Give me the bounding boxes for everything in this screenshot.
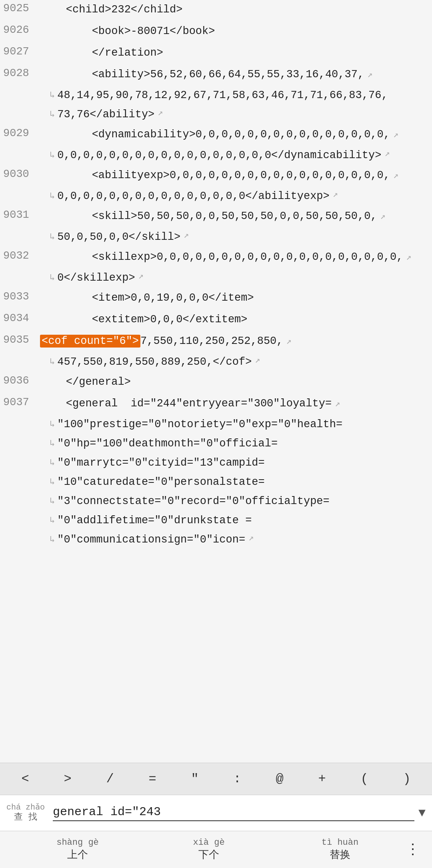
line-content[interactable]: <book>-80071</book>: [40, 22, 432, 41]
wrap-icon: ↳: [50, 534, 55, 547]
line-number: 9027: [0, 44, 40, 59]
line-row: 9034 <extitem>0,0,0</extitem>: [0, 310, 432, 332]
line-row: 9030 <abilityexp>0,0,0,0,0,0,0,0,0,0,0,0…: [0, 166, 432, 187]
line-content[interactable]: <item>0,0,19,0,0,0</item>: [40, 289, 432, 307]
line-row: 9035<cof count="6">7,550,110,250,252,850…: [0, 332, 432, 353]
continuation-row: ↳50,0,50,0,0</skill>↗: [0, 228, 432, 247]
wrap-icon: ↳: [50, 515, 55, 527]
continuation-content[interactable]: ↳"100"prestige="0"notoriety="0"exp="0"he…: [40, 416, 432, 434]
next-button[interactable]: xià gè 下个: [143, 838, 274, 862]
continuation-content[interactable]: ↳"0"communicationsign="0"icon=↗: [40, 531, 432, 549]
edit-icon[interactable]: ↗: [184, 230, 189, 242]
wrap-icon: ↳: [50, 438, 55, 450]
symbol-button[interactable]: (: [356, 769, 373, 789]
symbol-button[interactable]: +: [313, 769, 330, 789]
search-input-container[interactable]: general id="243: [53, 805, 414, 821]
symbol-button[interactable]: @: [271, 769, 288, 789]
edit-icon[interactable]: ↗: [384, 148, 390, 161]
continuation-row: ↳0,0,0,0,0,0,0,0,0,0,0,0,0,0,0,0,0</dyna…: [0, 147, 432, 166]
line-number: 9030: [0, 167, 40, 182]
edit-icon[interactable]: ↗: [335, 399, 340, 409]
continuation-row: ↳0,0,0,0,0,0,0,0,0,0,0,0,0,0,0</abilitye…: [0, 187, 432, 207]
edit-icon[interactable]: ↗: [380, 212, 386, 222]
line-content[interactable]: <dynamicability>0,0,0,0,0,0,0,0,0,0,0,0,…: [40, 126, 432, 144]
line-number: 9032: [0, 248, 40, 263]
continuation-content[interactable]: ↳"10"caturedate="0"personalstate=: [40, 473, 432, 492]
more-button[interactable]: ⋮: [406, 841, 420, 858]
line-content[interactable]: <child>232</child>: [40, 1, 432, 19]
next-zh: 下个: [198, 849, 219, 861]
line-row: 9029 <dynamicability>0,0,0,0,0,0,0,0,0,0…: [0, 125, 432, 147]
wrap-icon: ↳: [50, 231, 55, 244]
edit-icon[interactable]: ↗: [286, 337, 292, 347]
next-pinyin: xià gè: [143, 838, 274, 848]
symbol-button[interactable]: ": [186, 769, 203, 789]
edit-icon[interactable]: ↗: [138, 271, 144, 283]
edit-icon[interactable]: ↗: [367, 70, 372, 80]
continuation-row: ↳"0"addlifetime="0"drunkstate =: [0, 512, 432, 531]
symbol-button[interactable]: =: [144, 769, 161, 789]
line-row: 9028 <ability>56,52,60,66,64,55,55,33,16…: [0, 65, 432, 86]
line-row: 9037 <general id="244"entryyear="300"loy…: [0, 394, 432, 416]
edit-icon[interactable]: ↗: [393, 171, 398, 181]
line-number: 9026: [0, 22, 40, 38]
line-row: 9032 <skillexp>0,0,0,0,0,0,0,0,0,0,0,0,0…: [0, 247, 432, 269]
line-number: 9029: [0, 126, 40, 141]
dropdown-icon[interactable]: ▼: [418, 806, 426, 820]
symbol-button[interactable]: /: [101, 769, 118, 789]
continuation-content[interactable]: ↳73,76</ability>↗: [40, 106, 432, 124]
continuation-content[interactable]: ↳48,14,95,90,78,12,92,67,71,58,63,46,71,…: [40, 86, 432, 105]
symbol-button[interactable]: <: [16, 769, 34, 789]
action-bar: shàng gè 上个 xià gè 下个 tì huàn 替换 ⋮: [0, 831, 432, 868]
continuation-row: ↳"10"caturedate="0"personalstate=: [0, 473, 432, 492]
search-label-pinyin: chá zhǎo: [6, 803, 45, 812]
line-content[interactable]: <extitem>0,0,0</extitem>: [40, 311, 432, 329]
continuation-content[interactable]: ↳"0"hp="100"deathmonth="0"official=: [40, 435, 432, 453]
line-number: 9031: [0, 207, 40, 223]
wrap-icon: ↳: [50, 476, 55, 489]
symbol-button[interactable]: >: [59, 769, 76, 789]
line-content[interactable]: <skillexp>0,0,0,0,0,0,0,0,0,0,0,0,0,0,0,…: [40, 248, 432, 267]
line-row: 9036 </general>: [0, 372, 432, 394]
continuation-row: ↳48,14,95,90,78,12,92,67,71,58,63,46,71,…: [0, 86, 432, 106]
edit-icon[interactable]: ↗: [393, 130, 398, 140]
prev-button[interactable]: shàng gè 上个: [12, 838, 143, 862]
edit-icon[interactable]: ↗: [248, 532, 254, 545]
line-content[interactable]: </general>: [40, 373, 432, 392]
continuation-content[interactable]: ↳0</skillexp>↗: [40, 269, 432, 287]
continuation-content[interactable]: ↳"0"marrytc="0"cityid="13"campid=: [40, 454, 432, 472]
continuation-row: ↳"100"prestige="0"notoriety="0"exp="0"he…: [0, 416, 432, 435]
replace-button[interactable]: tì huàn 替换: [274, 838, 406, 862]
symbol-button[interactable]: ): [398, 769, 415, 789]
symbol-button[interactable]: :: [228, 769, 246, 789]
line-row: 9026 <book>-80071</book>: [0, 22, 432, 43]
wrap-icon: ↳: [50, 419, 55, 431]
line-content[interactable]: </relation>: [40, 44, 432, 62]
continuation-row: ↳457,550,819,550,889,250,</cof>↗: [0, 353, 432, 372]
continuation-content[interactable]: ↳"3"connectstate="0"record="0"officialty…: [40, 492, 432, 511]
search-label: chá zhǎo 查 找: [6, 803, 45, 823]
line-content[interactable]: <skill>50,50,50,0,0,50,50,50,0,0,50,50,5…: [40, 207, 432, 226]
edit-icon[interactable]: ↗: [333, 189, 338, 201]
continuation-row: ↳0</skillexp>↗: [0, 269, 432, 288]
edit-icon[interactable]: ↗: [158, 107, 163, 120]
line-number: 9035: [0, 332, 40, 348]
line-content[interactable]: <cof count="6">7,550,110,250,252,850,↗: [40, 332, 432, 351]
continuation-content[interactable]: ↳457,550,819,550,889,250,</cof>↗: [40, 353, 432, 372]
line-row: 9027 </relation>: [0, 43, 432, 65]
line-content[interactable]: <general id="244"entryyear="300"loyalty=…: [40, 395, 432, 413]
line-content[interactable]: <ability>56,52,60,66,64,55,55,33,16,40,3…: [40, 66, 432, 84]
line-number: 9033: [0, 289, 40, 304]
line-content[interactable]: <abilityexp>0,0,0,0,0,0,0,0,0,0,0,0,0,0,…: [40, 167, 432, 185]
edit-icon[interactable]: ↗: [406, 253, 411, 263]
prev-zh: 上个: [67, 849, 88, 861]
edit-icon[interactable]: ↗: [255, 355, 260, 367]
line-row: 9033 <item>0,0,19,0,0,0</item>: [0, 288, 432, 310]
wrap-icon: ↳: [50, 272, 55, 285]
continuation-content[interactable]: ↳0,0,0,0,0,0,0,0,0,0,0,0,0,0,0,0,0</dyna…: [40, 147, 432, 165]
wrap-icon: ↳: [50, 150, 55, 162]
continuation-content[interactable]: ↳50,0,50,0,0</skill>↗: [40, 228, 432, 247]
highlight-cof: <cof count="6">: [40, 335, 140, 348]
continuation-content[interactable]: ↳0,0,0,0,0,0,0,0,0,0,0,0,0,0,0</abilitye…: [40, 187, 432, 206]
continuation-content[interactable]: ↳"0"addlifetime="0"drunkstate =: [40, 512, 432, 530]
